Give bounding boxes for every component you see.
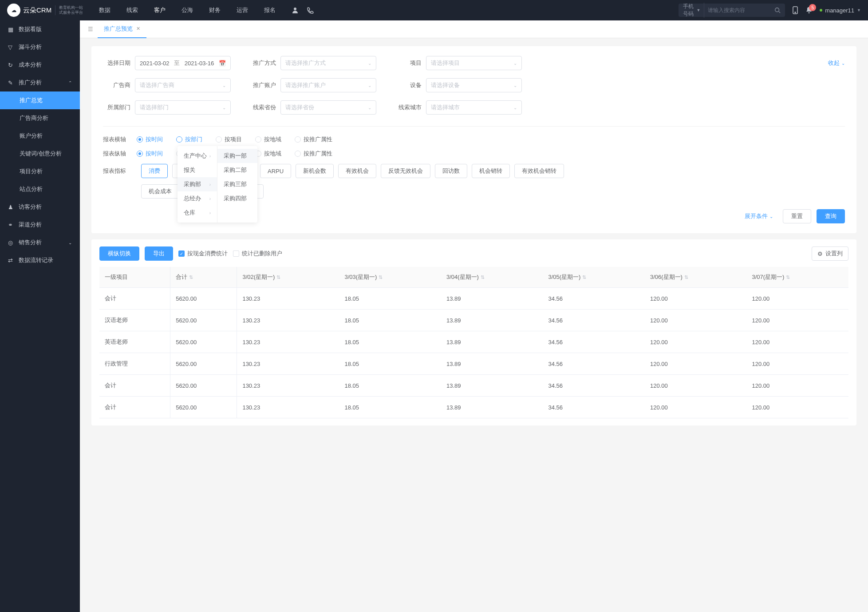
user-menu[interactable]: manager11 ▼ [820,7,861,14]
dropdown-option[interactable]: 采购部› [178,177,217,191]
table-body: 会计5620.00130.2318.0513.8934.56120.00120.… [99,288,848,418]
metric-tag[interactable]: 有效机会 [338,164,376,178]
table-header-cell[interactable]: 3/05(星期一)⇅ [543,267,645,288]
cost-icon: ↻ [8,62,14,68]
tab-promo-overview[interactable]: 推广总预览 ✕ [98,20,146,38]
sidebar-sub-item[interactable]: 推广总览 [0,91,80,109]
top-menu-item[interactable]: 财务 [202,0,228,20]
table-header-cell[interactable]: 一级项目 [99,267,170,288]
notification-badge: 5 [809,4,816,11]
table-header-cell[interactable]: 合计⇅ [170,267,237,288]
sidebar-item[interactable]: ♟访客分析 [0,198,80,216]
table-header-cell[interactable]: 3/04(星期一)⇅ [441,267,543,288]
radio-option[interactable]: 按地域 [255,150,281,158]
switch-axis-button[interactable]: 横纵切换 [99,246,139,261]
metric-tag[interactable]: 机会成本 [141,184,179,199]
sidebar-item[interactable]: ⇄数据流转记录 [0,251,80,269]
user-icon[interactable] [292,7,299,14]
metric-tag[interactable]: 机会销转 [472,164,510,178]
export-button[interactable]: 导出 [145,246,173,261]
sort-icon: ⇅ [582,274,586,280]
phone-icon[interactable] [307,7,314,14]
collapse-link[interactable]: 收起 ⌄ [828,59,845,67]
status-dot [820,9,822,12]
sidebar-sub-item[interactable]: 广告商分析 [0,109,80,127]
metric-tag[interactable]: 回访数 [435,164,467,178]
search-input[interactable] [708,7,774,13]
device-select[interactable]: 请选择设备⌄ [426,78,522,92]
table-cell: 英语老师 [99,331,170,353]
sidebar-sub-item[interactable]: 项目分析 [0,163,80,180]
search-box[interactable]: 手机号码 ▼ [679,4,785,17]
radio-option[interactable]: 按地域 [255,135,281,143]
radio-option[interactable]: 按项目 [216,135,242,143]
city-select[interactable]: 请选择城市⌄ [426,100,522,115]
table-header-cell[interactable]: 3/06(星期一)⇅ [645,267,747,288]
promo-method-select[interactable]: 请选择推广方式⌄ [280,56,376,70]
province-select[interactable]: 请选择省份⌄ [280,100,376,115]
dropdown-option[interactable]: 采购三部 [217,177,257,191]
table-header-cell[interactable]: 3/02(星期一)⇅ [237,267,339,288]
date-range-picker[interactable]: 2021-03-02 至 2021-03-16 📅 [135,56,231,70]
dropdown-option[interactable]: 采购一部 [217,149,257,163]
expand-conditions-link[interactable]: 展开条件 ⌄ [745,212,773,220]
sidebar-item[interactable]: ⚭渠道分析 [0,216,80,234]
radio-option[interactable]: 按部门 [176,135,202,143]
radio-option[interactable]: 按时间 [137,150,163,158]
logo[interactable]: ☁ 云朵CRM 教育机构一站 式服务云平台 [7,4,83,17]
chevron-right-icon: › [209,196,211,201]
device-icon[interactable] [792,6,798,14]
top-menu-item[interactable]: 报名 [257,0,283,20]
search-icon[interactable] [774,7,781,13]
dropdown-option[interactable]: 生产中心› [178,149,217,163]
sidebar-item[interactable]: ✎推广分析⌃ [0,74,80,91]
deleted-checkbox[interactable]: 统计已删除用户 [233,250,282,258]
table-cell: 120.00 [645,331,747,353]
sort-icon: ⇅ [379,274,383,280]
dept-select[interactable]: 请选择部门⌄ [135,100,231,115]
bell-icon[interactable]: 5 [805,7,813,14]
sidebar-item[interactable]: ↻成本分析 [0,56,80,74]
account-select[interactable]: 请选择推广账户⌄ [280,78,376,92]
top-menu-item[interactable]: 客户 [147,0,173,20]
dropdown-option[interactable]: 总经办› [178,191,217,206]
table-cell: 130.23 [237,353,339,375]
table-header-cell[interactable]: 3/07(星期一)⇅ [746,267,848,288]
reset-button[interactable]: 重置 [783,209,811,223]
sidebar-item[interactable]: ◎销售分析⌄ [0,234,80,251]
sidebar-item[interactable]: ▽漏斗分析 [0,38,80,56]
top-menu-item[interactable]: 运营 [229,0,255,20]
top-menu-item[interactable]: 线索 [119,0,145,20]
search-prefix[interactable]: 手机号码 ▼ [683,3,704,18]
sidebar-sub-item[interactable]: 站点分析 [0,180,80,198]
metric-tag[interactable]: 消费 [141,164,168,178]
sidebar-item[interactable]: ▦数据看版 [0,20,80,38]
metric-tag[interactable]: 有效机会销转 [514,164,564,178]
radio-option[interactable]: 按推广属性 [295,135,332,143]
metric-tag[interactable]: 反馈无效机会 [381,164,430,178]
cash-checkbox[interactable]: ✓按现金消费统计 [178,250,228,258]
close-icon[interactable]: ✕ [136,26,140,32]
column-settings-button[interactable]: ⚙ 设置列 [812,246,848,261]
table-row: 英语老师5620.00130.2318.0513.8934.56120.0012… [99,331,848,353]
sidebar-sub-item[interactable]: 账户分析 [0,127,80,145]
radio-option[interactable]: 按时间 [137,135,163,143]
dropdown-option[interactable]: 采购四部 [217,191,257,206]
dropdown-option[interactable]: 仓库› [178,206,217,220]
top-menu-item[interactable]: 数据 [92,0,118,20]
top-menu-item[interactable]: 公海 [174,0,200,20]
tabs-collapse-icon[interactable]: ☰ [83,26,98,32]
sidebar-sub-item[interactable]: 关键词/创意分析 [0,145,80,163]
radio-option[interactable]: 按推广属性 [295,150,332,158]
advertiser-select[interactable]: 请选择广告商⌄ [135,78,231,92]
table-cell: 会计 [99,375,170,397]
svg-point-0 [294,8,296,10]
project-select[interactable]: 请选择项目⌄ [426,56,522,70]
dropdown-option[interactable]: 报关 [178,163,217,177]
metric-tag[interactable]: ARPU [260,164,291,178]
table-header-cell[interactable]: 3/03(星期一)⇅ [339,267,441,288]
metric-tag[interactable]: 新机会数 [296,164,334,178]
query-button[interactable]: 查询 [817,209,845,223]
dropdown-option[interactable]: 采购二部 [217,163,257,177]
radio-dot [137,136,143,143]
